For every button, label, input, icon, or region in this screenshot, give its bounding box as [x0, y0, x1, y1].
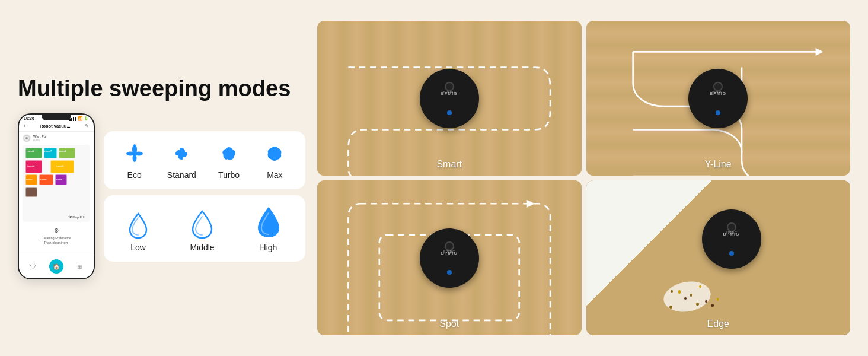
wait-label: Wait Fo [33, 135, 46, 138]
edge-robot-brand: BPMIG [725, 231, 737, 234]
battery-status-icon: 🔋 [84, 116, 89, 121]
signal-bar-4 [75, 117, 76, 121]
debris-1 [669, 306, 672, 309]
battery-pct: 83% [33, 138, 46, 142]
mode-max[interactable]: Max [261, 141, 288, 180]
mode-spot-card: BPMIG Spot [317, 180, 582, 335]
debris-5 [705, 300, 707, 303]
turbo-label: Turbo [218, 170, 240, 180]
left-section: Multiple sweeping modes 10:36 📶 🔋 [18, 77, 305, 279]
suction-modes-card: Eco [104, 131, 305, 189]
low-label: Low [130, 243, 146, 252]
debris-7 [699, 285, 701, 288]
mode-images-grid: BPMIG Smart BPMIG Y-Lin [317, 21, 850, 335]
dropdown-icon: ▾ [66, 241, 68, 244]
edge-robot-sensor [729, 251, 734, 256]
phone-header: ‹ Robot vacuu... ✎ [19, 121, 94, 132]
cards-section: Eco [104, 131, 305, 262]
smart-label: Smart [436, 159, 462, 170]
yline-robot-brand: BPMIG [712, 90, 724, 94]
back-icon[interactable]: ‹ [24, 123, 25, 129]
nav-grid-btn[interactable]: ⊞ [72, 259, 87, 274]
svg-point-10 [272, 151, 277, 156]
mode-standard[interactable]: Stanard [167, 141, 196, 180]
debris-6 [690, 294, 692, 297]
mode-smart-card: BPMIG Smart [317, 21, 582, 176]
room-label-4: room6 [56, 164, 63, 167]
water-icon-high [255, 205, 282, 239]
grid-icon: ⊞ [77, 263, 82, 270]
battery-info: Wait Fo 83% [33, 135, 46, 142]
mode-eco[interactable]: Eco [122, 141, 148, 180]
phone-battery-row: Wait Fo 83% [23, 134, 90, 142]
room-label-7: room3 [40, 178, 47, 181]
plan-cleaning-row[interactable]: Plan cleaning ▾ [23, 240, 90, 246]
edge-robot: BPMIG [702, 209, 761, 269]
svg-point-2 [25, 137, 28, 139]
spot-label: Spot [439, 319, 459, 329]
fan-icon-standard [168, 141, 194, 167]
max-label: Max [267, 170, 282, 180]
main-container: Multiple sweeping modes 10:36 📶 🔋 [18, 12, 850, 344]
edit-icon[interactable]: ✎ [85, 123, 89, 129]
signal-bar-3 [73, 117, 74, 121]
map-edit-label: Map Edit [72, 215, 85, 219]
gear-icon[interactable]: ⚙ [54, 227, 59, 234]
page-title: Multiple sweeping modes [18, 77, 305, 101]
phone-and-cards: 10:36 📶 🔋 ‹ Robot vacuu... ✎ [18, 113, 305, 279]
high-label: High [260, 243, 277, 252]
room-label-3: room6 [59, 150, 66, 152]
fan-icon-eco [122, 141, 148, 167]
water-modes-card: Low Middle [104, 195, 305, 262]
map-edit-icon: 🗺 [68, 215, 72, 219]
svg-marker-15 [527, 200, 535, 208]
svg-marker-13 [815, 48, 823, 56]
debris-9 [671, 290, 673, 293]
wifi-icon: 📶 [78, 116, 83, 121]
nav-home-btn[interactable]: 🏠 [49, 259, 63, 274]
gear-row: ⚙ [23, 224, 90, 235]
robot-battery-icon [23, 134, 31, 142]
svg-point-7 [133, 152, 136, 155]
debris-2 [684, 297, 687, 300]
mode-middle[interactable]: Middle [190, 208, 215, 252]
fan-icon-turbo [216, 141, 242, 167]
phone-content: Wait Fo 83% room5 room7 room6 [19, 132, 94, 248]
middle-label: Middle [190, 243, 214, 252]
smart-robot-sensor [447, 110, 452, 115]
smart-robot: BPMIG [420, 69, 479, 128]
nav-shield-btn[interactable]: 🛡 [26, 259, 40, 274]
phone-time: 10:36 [24, 116, 34, 120]
smart-robot-brand: BPMIG [443, 90, 455, 94]
suction-modes-list: Eco [116, 141, 293, 180]
debris-4 [678, 290, 681, 294]
signal-icons: 📶 🔋 [69, 116, 89, 121]
phone-nav-title: Robot vacuu... [40, 123, 71, 129]
phone-map[interactable]: room5 room7 room6 room6 room4 room1 room… [23, 145, 90, 222]
water-icon-middle [190, 208, 215, 239]
water-icon-low [127, 211, 149, 239]
home-icon: 🏠 [53, 263, 60, 270]
room-label-5: room4 [27, 164, 34, 167]
room-label-8: room2 [56, 178, 63, 181]
mode-turbo[interactable]: Turbo [216, 141, 242, 180]
phone-notch [42, 115, 71, 120]
signal-bar-2 [71, 118, 72, 121]
map-edit-btn[interactable]: 🗺 Map Edit [68, 215, 85, 219]
mode-high[interactable]: High [255, 205, 282, 252]
room-label-1: room5 [27, 150, 34, 152]
spot-robot-sensor [447, 270, 452, 275]
shield-icon: 🛡 [30, 263, 36, 270]
yline-robot: BPMIG [688, 69, 748, 128]
phone-bottom-nav: 🛡 🏠 ⊞ [19, 255, 94, 278]
svg-point-8 [180, 151, 184, 155]
debris-3 [696, 303, 699, 306]
fan-icon-max [261, 141, 288, 167]
room-label-6: room1 [26, 178, 33, 181]
mode-yline-card: BPMIG Y-Line [586, 21, 851, 176]
map-room-9 [25, 187, 37, 197]
mode-edge-card: BPMIG Edge [586, 180, 851, 335]
plan-cleaning-label: Plan cleaning [44, 241, 66, 244]
mode-low[interactable]: Low [127, 211, 149, 252]
yline-robot-sensor [716, 110, 720, 115]
